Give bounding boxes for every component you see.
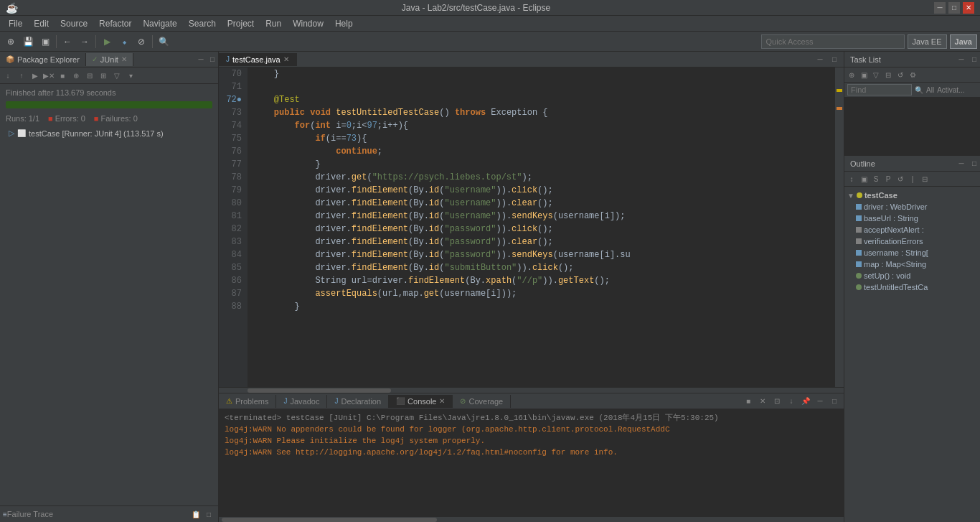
outline-hide-nonpublic-btn[interactable]: P [882,173,894,185]
tab-problems[interactable]: ⚠ Problems [219,395,276,408]
outline-minimize-btn[interactable]: ─ [956,158,967,169]
task-new-btn[interactable]: ⊕ [846,69,857,80]
task-list-minimize-btn[interactable]: ─ [956,54,967,65]
junit-expand-btn[interactable]: ⊞ [97,69,110,82]
tab-package-explorer[interactable]: 📦 Package Explorer [0,53,86,66]
menu-window[interactable]: Window [287,17,329,30]
tab-coverage[interactable]: ⊘ Coverage [453,395,511,408]
junit-filter-btn[interactable]: ▽ [110,69,123,82]
tab-declaration[interactable]: J Declaration [327,395,389,408]
find-all-label[interactable]: All [926,86,934,94]
console-clear-btn[interactable]: ⊡ [771,395,783,408]
junit-collapse-btn[interactable]: ⊟ [83,69,96,82]
outline-item-verification[interactable]: verificationErrors [844,236,980,247]
outline-item-testmethod[interactable]: testUntitledTestCa [844,281,980,293]
find-activate-label[interactable]: Activat... [937,86,964,94]
menu-help[interactable]: Help [329,17,359,30]
outline-hide-static-btn[interactable]: S [870,173,882,185]
tab-outline[interactable]: Outline [844,157,881,170]
code-content-area[interactable]: } @Test public void testUntitledTestCase… [248,67,835,387]
toolbar-new-button[interactable]: ⊕ [3,34,19,50]
maximize-button[interactable]: □ [948,2,960,14]
junit-errors-stat: ■ Errors: 0 [48,114,85,123]
toolbar-save-all-button[interactable]: ▣ [37,34,53,50]
bottom-h-scrollbar-thumb[interactable] [222,518,437,522]
menu-edit[interactable]: Edit [28,17,55,30]
task-cat-btn[interactable]: ▣ [858,69,870,80]
console-remove-btn[interactable]: ✕ [756,395,769,408]
code-horizontal-scrollbar[interactable] [219,387,844,393]
console-terminate-btn[interactable]: ■ [742,395,755,408]
junit-next-failure-btn[interactable]: ↓ [1,69,14,82]
task-list-maximize-btn[interactable]: □ [969,54,980,65]
task-settings-btn[interactable]: ⚙ [907,69,918,80]
code-line-81: driver.findElement(By.id("username")).se… [248,210,835,223]
junit-prev-failure-btn[interactable]: ↑ [15,69,28,82]
close-button[interactable]: ✕ [963,2,974,14]
outline-collapse-btn[interactable]: ⊟ [919,173,930,185]
menu-source[interactable]: Source [55,17,93,30]
menu-search[interactable]: Search [183,17,222,30]
outline-hide-fields-btn[interactable]: ▣ [858,173,870,185]
toolbar-coverage-button[interactable]: ⊘ [133,34,149,50]
perspective-java-button[interactable]: Java [950,34,977,49]
task-find-input[interactable] [847,84,912,95]
outline-sync-btn[interactable]: ↺ [895,173,906,185]
junit-rerun-failed-btn[interactable]: ▶✕ [42,69,55,82]
tab-junit[interactable]: ✓ JUnit ✕ [86,53,133,66]
outline-sort-btn[interactable]: ↕ [846,173,857,185]
panel-maximize-icon[interactable]: □ [207,54,218,65]
junit-rerun-btn[interactable]: ▶ [29,69,42,82]
h-scrollbar-thumb[interactable] [248,388,391,393]
menu-run[interactable]: Run [260,17,287,30]
menu-refactor[interactable]: Refactor [93,17,137,30]
console-pin-btn[interactable]: 📌 [799,395,812,408]
editor-tab-testcase[interactable]: J testCase.java ✕ [219,53,297,66]
outline-item-setup[interactable]: setUp() : void [844,270,980,281]
junit-view-menu-btn[interactable]: ▾ [124,69,137,82]
tab-javadoc[interactable]: J Javadoc [276,395,327,408]
editor-minimize-btn[interactable]: ─ [814,53,826,66]
menu-project[interactable]: Project [222,17,260,30]
menu-file[interactable]: File [3,17,28,30]
tab-console[interactable]: ⬛ Console ✕ [389,395,453,408]
console-scroll-btn[interactable]: ↓ [785,395,798,408]
task-filter-btn[interactable]: ▽ [870,69,882,80]
editor-tab-close[interactable]: ✕ [283,55,289,63]
console-tab-close[interactable]: ✕ [439,397,445,405]
outline-class-node[interactable]: ▼ testCase [844,190,980,201]
failure-trace-copy-btn[interactable]: 📋 [189,508,202,521]
junit-tab-close[interactable]: ✕ [121,55,127,63]
panel-minimize-icon[interactable]: ─ [195,54,207,65]
perspective-java-ee-button[interactable]: Java EE [908,34,947,49]
outline-item-map[interactable]: map : Map<String [844,258,980,270]
failure-trace-expand-btn[interactable]: □ [202,508,215,521]
outline-item-username[interactable]: username : String[ [844,247,980,258]
java-file-icon: J [226,55,230,63]
toolbar-forward-button[interactable]: → [77,34,93,50]
task-list-section: Task List ─ □ ⊕ ▣ ▽ ⊟ ↺ ⚙ 🔍 All Activat.… [844,52,980,156]
outline-item-accept[interactable]: acceptNextAlert : [844,224,980,236]
bottom-minimize-btn[interactable]: ─ [814,395,826,408]
toolbar-save-button[interactable]: 💾 [20,34,36,50]
toolbar-back-button[interactable]: ← [60,34,75,50]
outline-item-baseurl[interactable]: baseUrl : String [844,213,980,224]
junit-history-btn[interactable]: ⊕ [70,69,83,82]
outline-maximize-btn[interactable]: □ [969,158,980,169]
bottom-scrollbar[interactable] [219,516,844,522]
toolbar-debug-button[interactable]: ⬥ [116,34,132,50]
tab-task-list[interactable]: Task List [844,53,887,66]
toolbar-run-button[interactable]: ▶ [99,34,115,50]
outline-item-driver[interactable]: driver : WebDriver [844,201,980,213]
menu-navigate[interactable]: Navigate [137,17,182,30]
task-collapse-btn[interactable]: ⊟ [882,69,894,80]
outline-expand-btn[interactable]: | [907,173,918,185]
junit-stop-btn[interactable]: ■ [56,69,69,82]
quick-access-input[interactable] [761,34,905,49]
editor-maximize-btn[interactable]: □ [828,53,841,66]
bottom-maximize-btn[interactable]: □ [828,395,841,408]
junit-tree-item[interactable]: ▷ ⬜ testCase [Runner: JUnit 4] (113.517 … [6,127,212,139]
toolbar-search-button[interactable]: 🔍 [156,34,171,50]
task-sync-btn[interactable]: ↺ [895,69,906,80]
minimize-button[interactable]: ─ [934,2,946,14]
